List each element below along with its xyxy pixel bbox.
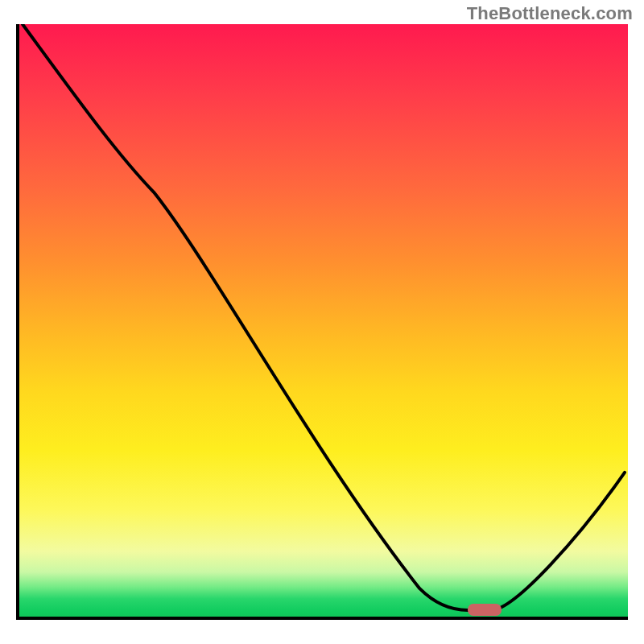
- chart-stage: TheBottleneck.com: [0, 0, 644, 644]
- curve-path: [23, 24, 625, 610]
- watermark-text: TheBottleneck.com: [467, 3, 633, 24]
- bottleneck-curve: [19, 24, 628, 617]
- plot-frame: [16, 24, 628, 620]
- optimal-marker: [468, 604, 502, 616]
